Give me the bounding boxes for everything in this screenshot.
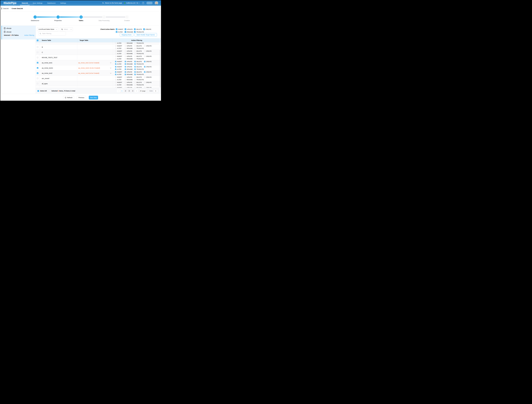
- row-action-delete[interactable]: DELETE: [134, 56, 144, 57]
- row-action-rename[interactable]: RENAME: [125, 42, 134, 44]
- pagination-page-1[interactable]: 1: [120, 90, 123, 92]
- truncate-checkbox[interactable]: [134, 53, 136, 54]
- batch-action-update[interactable]: UPDATE: [125, 28, 134, 30]
- delete-checkbox[interactable]: [134, 61, 136, 62]
- mapping-rules-button[interactable]: Mapping Rules: [120, 33, 133, 37]
- row-action-create[interactable]: CREATE: [144, 66, 152, 68]
- truncate-checkbox[interactable]: [134, 79, 136, 80]
- source-database-item[interactable]: afanqie: [4, 27, 34, 30]
- chevron-down-icon[interactable]: [110, 62, 111, 63]
- list-mode-select[interactable]: List All and Select None: [37, 27, 58, 31]
- row-action-update[interactable]: UPDATE: [125, 56, 134, 57]
- alter-checkbox[interactable]: [115, 79, 116, 80]
- row-action-alter[interactable]: ALTER: [115, 79, 125, 80]
- step-circle-data-processing[interactable]: 4: [102, 15, 106, 19]
- pagination-page-2[interactable]: 2: [124, 90, 127, 92]
- return-home-link[interactable]: Return to the home page: [102, 2, 122, 4]
- delete-batch-checkbox[interactable]: [134, 28, 136, 30]
- nav-tab-settings[interactable]: Settings: [60, 0, 66, 6]
- create-checkbox[interactable]: [144, 56, 146, 57]
- row-action-insert[interactable]: INSERT: [115, 82, 125, 83]
- vertical-scrollbar-thumb[interactable]: [160, 50, 160, 88]
- row-checkbox[interactable]: [37, 72, 38, 74]
- user-avatar[interactable]: [155, 1, 158, 5]
- step-circle-datasource[interactable]: ✓: [33, 15, 37, 19]
- create-checkbox[interactable]: [144, 82, 146, 83]
- target-table-cell[interactable]: aa_revise_test2 (to be Created): [77, 71, 113, 76]
- batch-action-alter[interactable]: ALTER: [116, 31, 125, 33]
- row-action-create[interactable]: CREATE: [144, 87, 152, 88]
- help-icon[interactable]: ?: [142, 2, 144, 4]
- update-checkbox[interactable]: [125, 56, 126, 57]
- row-action-truncate[interactable]: TRUNCATE: [134, 84, 144, 86]
- row-action-truncate[interactable]: TRUNCATE: [134, 68, 144, 70]
- row-action-insert[interactable]: INSERT: [115, 61, 125, 62]
- row-action-insert[interactable]: INSERT: [115, 77, 125, 78]
- delete-checkbox[interactable]: [134, 51, 136, 52]
- row-action-create[interactable]: CREATE: [144, 71, 152, 73]
- rename-checkbox[interactable]: [125, 69, 126, 70]
- table-filter-input[interactable]: Table Filtering: [38, 32, 66, 35]
- row-action-truncate[interactable]: TRUNCATE: [134, 42, 144, 44]
- create-batch-checkbox[interactable]: [143, 28, 145, 30]
- insert-checkbox[interactable]: [115, 77, 116, 78]
- brand-logo[interactable]: BladePipe: [4, 1, 16, 5]
- batch-action-rename[interactable]: RENAME: [125, 31, 134, 33]
- select-all-checkbox[interactable]: [38, 90, 39, 92]
- row-action-update[interactable]: UPDATE: [125, 77, 134, 78]
- update-checkbox[interactable]: [125, 87, 126, 88]
- row-action-alter[interactable]: ALTER: [115, 68, 125, 70]
- row-action-create[interactable]: CREATE: [144, 82, 152, 83]
- select-all-control[interactable]: Select All: [38, 90, 47, 92]
- batch-action-insert[interactable]: INSERT: [116, 28, 125, 30]
- rename-checkbox[interactable]: [125, 58, 126, 59]
- rename-checkbox[interactable]: [125, 53, 126, 54]
- insert-checkbox[interactable]: [115, 45, 116, 47]
- batch-action-delete[interactable]: DELETE: [134, 28, 143, 30]
- row-action-alter[interactable]: ALTER: [115, 58, 125, 60]
- row-action-delete[interactable]: DELETE: [134, 77, 144, 78]
- batch-action-truncate[interactable]: TRUNCATE: [134, 31, 143, 33]
- row-action-delete[interactable]: DELETE: [134, 87, 144, 88]
- rename-checkbox[interactable]: [125, 48, 126, 49]
- alter-checkbox[interactable]: [115, 48, 116, 49]
- row-action-update[interactable]: UPDATE: [125, 50, 134, 52]
- update-checkbox[interactable]: [125, 45, 126, 47]
- alter-checkbox[interactable]: [115, 69, 116, 70]
- row-action-update[interactable]: UPDATE: [125, 87, 134, 88]
- pagination-page-3[interactable]: 3: [128, 90, 131, 92]
- create-checkbox[interactable]: [144, 71, 146, 73]
- sidebar-action-filtering-link[interactable]: Action Filtering: [24, 34, 34, 36]
- step-circle-properties[interactable]: ✓: [57, 15, 60, 19]
- update-checkbox[interactable]: [125, 61, 126, 62]
- row-action-rename[interactable]: RENAME: [125, 58, 134, 60]
- delete-checkbox[interactable]: [134, 82, 136, 83]
- row-action-truncate[interactable]: TRUNCATE: [134, 58, 144, 60]
- target-database-item[interactable]: afanqie: [4, 31, 34, 33]
- alter-checkbox[interactable]: [115, 53, 116, 54]
- create-checkbox[interactable]: [144, 61, 146, 62]
- create-checkbox[interactable]: [144, 77, 146, 78]
- row-action-rename[interactable]: RENAME: [125, 74, 134, 75]
- quick-select-dropdown[interactable]: Select: [60, 27, 73, 31]
- row-action-create[interactable]: CREATE: [144, 77, 152, 78]
- delete-checkbox[interactable]: [134, 71, 136, 73]
- row-action-update[interactable]: UPDATE: [125, 82, 134, 83]
- insert-checkbox[interactable]: [115, 71, 116, 73]
- row-action-rename[interactable]: RENAME: [125, 48, 134, 49]
- update-batch-checkbox[interactable]: [125, 28, 126, 30]
- update-checkbox[interactable]: [125, 82, 126, 83]
- truncate-checkbox[interactable]: [134, 48, 136, 49]
- batch-modify-target-names-button[interactable]: Batch Modify Target Names: [135, 33, 157, 37]
- step-circle-creation[interactable]: 5: [126, 15, 129, 19]
- alter-batch-checkbox[interactable]: [116, 31, 117, 33]
- nav-tab-sync-settings[interactable]: Sync Settings: [32, 0, 43, 6]
- breadcrumb-parent[interactable]: DataJob: [3, 8, 9, 9]
- truncate-checkbox[interactable]: [134, 84, 136, 86]
- truncate-checkbox[interactable]: [134, 63, 136, 65]
- row-action-alter[interactable]: ALTER: [115, 74, 125, 75]
- pagination-page-4[interactable]: 4: [131, 90, 134, 92]
- truncate-batch-checkbox[interactable]: [134, 31, 136, 33]
- row-action-rename[interactable]: RENAME: [125, 53, 134, 54]
- nav-tab-datasource[interactable]: DataSource: [47, 0, 56, 6]
